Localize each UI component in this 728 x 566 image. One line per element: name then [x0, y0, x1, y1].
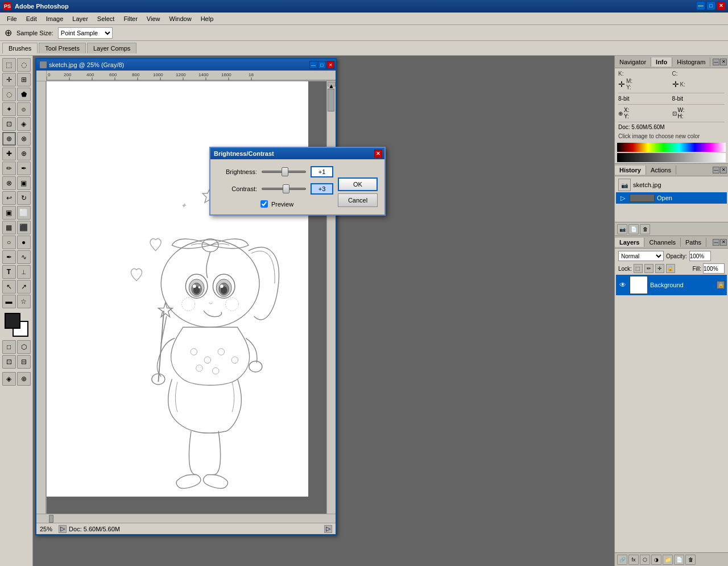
brightness-slider-track[interactable] [262, 171, 306, 173]
tab-brushes[interactable]: Brushes [2, 43, 38, 53]
tool-pencil[interactable]: ✒ [17, 162, 31, 175]
status-icon[interactable]: ▷ [59, 525, 67, 533]
tool-brush[interactable]: ✏ [2, 162, 16, 175]
menu-window[interactable]: Window [165, 14, 196, 23]
tool-marquee-ellipse[interactable]: ◌ [17, 58, 31, 72]
history-panel-minimize[interactable]: — [713, 167, 719, 173]
tab-navigator[interactable]: Navigator [615, 57, 651, 67]
tool-screen-mode[interactable]: ⊡ [2, 355, 16, 369]
layer-new-btn[interactable]: 📄 [674, 555, 684, 565]
close-button[interactable]: ✕ [717, 1, 726, 10]
color-swatches[interactable] [5, 313, 28, 337]
tab-info[interactable]: Info [651, 57, 672, 67]
tool-dodge[interactable]: ○ [2, 236, 16, 249]
tool-history-brush[interactable]: ↩ [2, 191, 16, 205]
doc-close[interactable]: ✕ [326, 61, 334, 69]
tool-eyedropper[interactable]: ⊕ [2, 132, 16, 146]
tool-crop[interactable]: ⊡ [2, 117, 16, 131]
tool-shape-custom[interactable]: ☆ [17, 295, 31, 308]
layers-panel-close[interactable]: ✕ [720, 239, 727, 246]
tool-lasso[interactable]: ◌ [2, 88, 16, 101]
bc-cancel-button[interactable]: Cancel [338, 193, 378, 207]
tool-type-vertical[interactable]: ⟂ [17, 265, 31, 279]
info-panel-minimize[interactable]: — [713, 59, 719, 65]
history-panel-close[interactable]: ✕ [720, 167, 727, 173]
layer-delete-btn[interactable]: 🗑 [685, 555, 696, 565]
tool-marquee-rect[interactable]: ⬚ [2, 58, 16, 72]
doc-maximize[interactable]: □ [318, 61, 326, 69]
menu-filter[interactable]: Filter [119, 14, 142, 23]
tool-direct-select[interactable]: ↗ [17, 280, 31, 294]
tool-eraser[interactable]: ▣ [2, 206, 16, 220]
scroll-thumb-v[interactable] [328, 89, 334, 111]
opacity-input[interactable] [689, 251, 711, 261]
menu-image[interactable]: Image [42, 14, 68, 23]
menu-edit[interactable]: Edit [22, 14, 42, 23]
tool-move[interactable]: ✛ [2, 73, 16, 86]
tool-standard-mode[interactable]: □ [2, 340, 16, 354]
tool-lasso-poly[interactable]: ⬟ [17, 88, 31, 101]
tool-magic-wand[interactable]: ✦ [2, 102, 16, 116]
tool-extra2[interactable]: ⊕ [17, 372, 31, 386]
maximize-button[interactable]: □ [706, 1, 715, 10]
tool-quick-mask[interactable]: ⬡ [17, 340, 31, 354]
tab-channels[interactable]: Channels [644, 238, 680, 247]
lock-transparent-btn[interactable]: ⬚ [634, 264, 643, 273]
layer-group-btn[interactable]: 📁 [663, 555, 673, 565]
layer-link-btn[interactable]: 🔗 [617, 555, 627, 565]
menu-select[interactable]: Select [93, 14, 119, 23]
lock-all-btn[interactable]: 🔒 [666, 264, 675, 273]
vertical-scrollbar[interactable]: ▲ [326, 81, 336, 514]
layer-mask-btn[interactable]: ⬡ [640, 555, 650, 565]
blend-mode-select[interactable]: Normal Multiply Screen [618, 251, 664, 261]
tool-pattern-stamp[interactable]: ▣ [17, 176, 31, 190]
scroll-right-button[interactable] [326, 514, 336, 523]
tab-paths[interactable]: Paths [681, 238, 706, 247]
tool-type[interactable]: T [2, 265, 16, 279]
tool-paint-bucket[interactable]: ⬛ [17, 221, 31, 234]
lock-image-btn[interactable]: ✏ [644, 264, 653, 273]
tool-path-select[interactable]: ↖ [2, 280, 16, 294]
history-create-snapshot[interactable]: 📷 [617, 224, 627, 234]
tool-background-eraser[interactable]: ⬜ [17, 206, 31, 220]
foreground-color-swatch[interactable] [5, 313, 20, 329]
tool-burn[interactable]: ● [17, 236, 31, 249]
tool-freeform-pen[interactable]: ∿ [17, 250, 31, 264]
contrast-slider-track[interactable] [262, 188, 306, 190]
tool-patch[interactable]: ⊕ [17, 147, 31, 160]
history-new-document[interactable]: 📄 [628, 224, 639, 234]
menu-help[interactable]: Help [196, 14, 218, 23]
lock-position-btn[interactable]: ✛ [655, 264, 664, 273]
layer-style-btn[interactable]: fx [628, 555, 639, 565]
contrast-slider-thumb[interactable] [283, 184, 289, 193]
tool-art-history-brush[interactable]: ↻ [17, 191, 31, 205]
bc-close-button[interactable]: ✕ [374, 150, 382, 158]
layer-adjustment-btn[interactable]: ◑ [651, 555, 661, 565]
tool-clone-stamp[interactable]: ⊗ [2, 176, 16, 190]
minimize-button[interactable]: — [696, 1, 705, 10]
info-panel-close[interactable]: ✕ [720, 59, 727, 65]
tool-quick-select[interactable]: ⌾ [17, 102, 31, 116]
scroll-thumb-h[interactable] [49, 515, 53, 523]
menu-file[interactable]: File [2, 14, 22, 23]
tool-screen-full[interactable]: ⊟ [17, 355, 31, 369]
brightness-slider-thumb[interactable] [282, 167, 288, 176]
history-item-open[interactable]: ▷ Open [616, 192, 727, 204]
bc-ok-button[interactable]: OK [338, 177, 378, 191]
layer-background[interactable]: 👁 Background 🔒 [616, 275, 727, 295]
tool-extra1[interactable]: ◈ [2, 372, 16, 386]
tab-layers[interactable]: Layers [615, 238, 644, 247]
sample-size-select[interactable]: Point Sample 3 by 3 Average 5 by 5 Avera… [58, 27, 113, 39]
preview-checkbox[interactable] [260, 200, 268, 208]
horizontal-scrollbar[interactable] [47, 514, 326, 523]
layers-panel-minimize[interactable]: — [713, 239, 719, 246]
layer-visibility-toggle[interactable]: 👁 [618, 280, 627, 290]
scroll-up-button[interactable]: ▲ [328, 82, 336, 86]
tab-histogram[interactable]: Histogram [672, 57, 710, 67]
brightness-value[interactable]: +1 [311, 166, 333, 177]
history-delete-state[interactable]: 🗑 [640, 224, 650, 234]
tab-actions[interactable]: Actions [646, 166, 676, 175]
tool-color-sampler[interactable]: ⊗ [17, 132, 31, 146]
tab-history[interactable]: History [615, 166, 646, 175]
tool-pen[interactable]: ✒ [2, 250, 16, 264]
